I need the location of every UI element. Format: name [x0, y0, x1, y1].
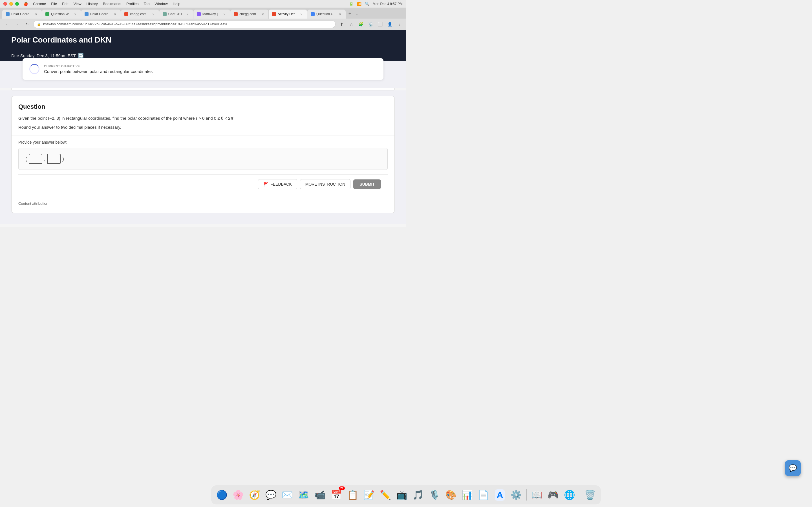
- tab-expand-button[interactable]: ⌄: [354, 10, 360, 18]
- page-title: Polar Coordinates and DKN: [11, 36, 111, 45]
- submit-label: SUBMIT: [359, 182, 375, 186]
- menu-help[interactable]: Help: [173, 2, 181, 6]
- address-bar-row: ‹ › ↻ 🔒 knewton.com/learn/course/0b7ac72…: [0, 18, 406, 30]
- battery-icon: 🔋: [349, 2, 354, 6]
- toolbar-icons: ⬆ ☆ 🧩 📡 ⬜ 👤 ⋮: [338, 20, 403, 28]
- tab-close-2[interactable]: ✕: [73, 12, 78, 16]
- progress-spinner: [29, 64, 40, 74]
- tab-close-4[interactable]: ✕: [151, 12, 156, 16]
- tab-polar-coord-1[interactable]: Polar Coord... ✕: [2, 10, 42, 18]
- tab-chegg-2[interactable]: chegg.com... ✕: [231, 10, 268, 18]
- feedback-label: FEEDBACK: [270, 182, 292, 186]
- action-bar: 🚩 FEEDBACK MORE INSTRUCTION SUBMIT: [18, 174, 388, 194]
- tab-bar: Polar Coord... ✕ Question W... ✕ Polar C…: [0, 8, 406, 18]
- extensions-icon[interactable]: 🧩: [357, 20, 365, 28]
- back-button[interactable]: ‹: [3, 20, 11, 28]
- tab-activity-det[interactable]: Activity Det... ✕: [269, 10, 307, 18]
- objective-text: Convert points between polar and rectang…: [44, 69, 153, 74]
- menu-view[interactable]: View: [73, 2, 82, 6]
- tab-close-1[interactable]: ✕: [34, 12, 38, 16]
- minimize-button[interactable]: [9, 2, 13, 6]
- page-header: Polar Coordinates and DKN: [0, 30, 406, 53]
- tab-close-8[interactable]: ✕: [299, 12, 304, 16]
- reload-button[interactable]: ↻: [23, 20, 31, 28]
- question-text-line1: Given the point (−2, 3) in rectangular c…: [18, 115, 388, 122]
- tab-chegg-1[interactable]: chegg.com... ✕: [121, 10, 159, 18]
- tab-favicon-9: [311, 12, 315, 16]
- lock-icon: 🔒: [37, 22, 41, 26]
- question-card: Question Given the point (−2, 3) in rect…: [11, 96, 395, 213]
- menu-apple[interactable]: 🍎: [23, 2, 28, 6]
- comma: ,: [44, 156, 45, 162]
- tab-question-u[interactable]: Question U... ✕: [307, 10, 346, 18]
- menu-bookmarks[interactable]: Bookmarks: [103, 2, 121, 6]
- sidebar-icon[interactable]: ⬜: [376, 20, 384, 28]
- tab-favicon-2: [45, 12, 49, 16]
- tab-label-8: Activity Det...: [278, 12, 297, 16]
- provide-answer-label: Provide your answer below:: [18, 140, 388, 145]
- fullscreen-button[interactable]: [15, 2, 19, 6]
- new-tab-button[interactable]: +: [346, 10, 354, 17]
- page-title-area: Polar Coordinates and DKN: [11, 36, 395, 45]
- objective-content: CURRENT OBJECTIVE Convert points between…: [44, 64, 153, 74]
- tab-favicon-3: [85, 12, 89, 16]
- answer-input-container: ( , ) 🚩 FEEDBACK MORE INSTRUCTION: [11, 148, 395, 196]
- page-content: Polar Coordinates and DKN Due Sunday, De…: [0, 30, 406, 227]
- tab-close-9[interactable]: ✕: [338, 12, 342, 16]
- tab-label-1: Polar Coord...: [11, 12, 32, 16]
- due-date-text: Due Sunday, Dec 3, 11:59pm EST: [11, 53, 76, 58]
- answer-input-area: ( , ): [18, 148, 388, 170]
- feedback-icon: 🚩: [263, 182, 268, 186]
- tab-question-w[interactable]: Question W... ✕: [42, 10, 81, 18]
- menu-edit[interactable]: Edit: [62, 2, 68, 6]
- tab-label-4: chegg.com...: [130, 12, 149, 16]
- content-attribution-link[interactable]: Content attribution: [18, 202, 48, 206]
- profile-icon[interactable]: 👤: [386, 20, 394, 28]
- tab-close-6[interactable]: ✕: [222, 12, 227, 16]
- menu-bar: 🍎 Chrome File Edit View History Bookmark…: [23, 2, 180, 6]
- feedback-button[interactable]: 🚩 FEEDBACK: [258, 179, 297, 189]
- forward-button[interactable]: ›: [13, 20, 21, 28]
- cast-icon[interactable]: 📡: [366, 20, 374, 28]
- wifi-icon: 📶: [357, 2, 361, 6]
- tab-favicon-7: [234, 12, 238, 16]
- traffic-lights: [3, 2, 19, 6]
- address-bar[interactable]: 🔒 knewton.com/learn/course/0b7ac72b-5caf…: [33, 20, 336, 28]
- menu-history[interactable]: History: [87, 2, 98, 6]
- tab-chatgpt[interactable]: ChatGPT ✕: [159, 10, 193, 18]
- menu-file[interactable]: File: [51, 2, 57, 6]
- menu-window[interactable]: Window: [154, 2, 167, 6]
- tab-favicon-6: [197, 12, 201, 16]
- share-icon[interactable]: ⬆: [338, 20, 346, 28]
- close-button[interactable]: [3, 2, 7, 6]
- r-input[interactable]: [29, 154, 42, 164]
- tab-polar-coord-2[interactable]: Polar Coord... ✕: [81, 10, 121, 18]
- search-icon[interactable]: 🔍: [365, 2, 369, 6]
- tab-close-7[interactable]: ✕: [260, 12, 265, 16]
- open-paren: (: [26, 156, 27, 162]
- theta-input[interactable]: [47, 154, 61, 164]
- tab-close-3[interactable]: ✕: [113, 12, 117, 16]
- menu-profiles[interactable]: Profiles: [126, 2, 139, 6]
- clock-icon: 🔄: [78, 53, 84, 58]
- url-text: knewton.com/learn/course/0b7ac72b-5caf-4…: [43, 22, 332, 26]
- menu-chrome[interactable]: Chrome: [33, 2, 46, 6]
- menu-tab[interactable]: Tab: [144, 2, 149, 6]
- more-options-icon[interactable]: ⋮: [395, 20, 403, 28]
- objective-label: CURRENT OBJECTIVE: [44, 64, 153, 68]
- tab-label-3: Polar Coord...: [90, 12, 111, 16]
- tab-favicon-5: [163, 12, 167, 16]
- content-attribution[interactable]: Content attribution: [18, 199, 388, 208]
- more-instruction-button[interactable]: MORE INSTRUCTION: [300, 179, 351, 189]
- question-title: Question: [18, 103, 388, 110]
- tab-label-2: Question W...: [51, 12, 71, 16]
- close-paren: ): [62, 156, 64, 162]
- tab-close-5[interactable]: ✕: [185, 12, 190, 16]
- objective-card: CURRENT OBJECTIVE Convert points between…: [22, 58, 384, 80]
- bookmark-icon[interactable]: ☆: [347, 20, 355, 28]
- question-header: Question: [11, 96, 395, 110]
- submit-button[interactable]: SUBMIT: [353, 179, 381, 189]
- coordinate-input: ( , ): [26, 154, 380, 164]
- main-area: Question Given the point (−2, 3) in rect…: [0, 91, 406, 224]
- tab-mathway[interactable]: Mathway |... ✕: [193, 10, 230, 18]
